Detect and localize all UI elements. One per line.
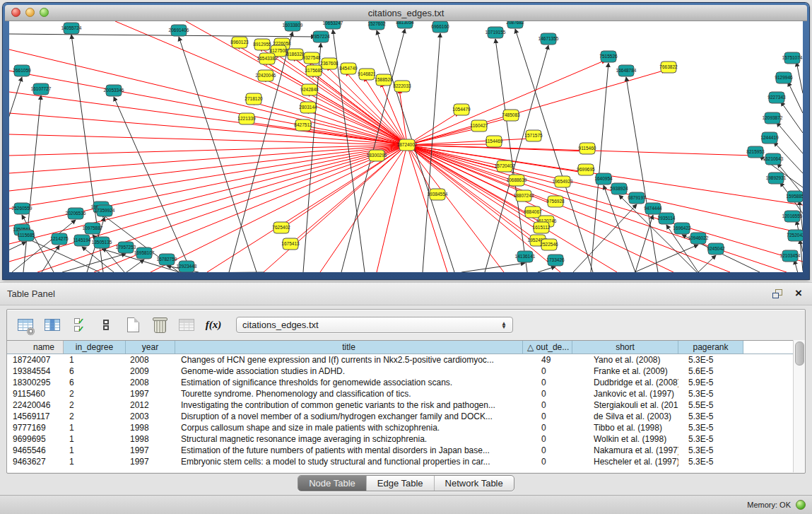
- graph-edge[interactable]: [538, 267, 555, 272]
- table-cell[interactable]: Changes of HCN gene expression and I(f) …: [175, 354, 523, 366]
- graph-edge[interactable]: [9, 145, 407, 244]
- graph-node[interactable]: 25260559: [12, 203, 33, 214]
- close-panel-icon[interactable]: ×: [795, 283, 802, 304]
- table-cell[interactable]: 0: [523, 388, 572, 399]
- graph-node[interactable]: 16107727: [31, 83, 52, 95]
- table-cell[interactable]: 5.6E-5: [678, 366, 743, 377]
- graph-node[interactable]: 9146821: [358, 69, 376, 80]
- graph-edge[interactable]: [9, 145, 407, 191]
- table-cell[interactable]: Yano et al. (2008): [572, 354, 678, 366]
- tab-edge-table[interactable]: Edge Table: [366, 476, 434, 491]
- table-cell[interactable]: 2008: [126, 354, 175, 366]
- table-row[interactable]: 977716911998Corpus callosum shape and si…: [7, 422, 793, 433]
- graph-edge[interactable]: [698, 255, 716, 272]
- row-options-button[interactable]: [96, 315, 116, 335]
- graph-node[interactable]: 9242848: [300, 84, 319, 95]
- graph-node[interactable]: 18807243: [514, 190, 534, 201]
- table-cell[interactable]: 2: [64, 388, 126, 399]
- tab-node-table[interactable]: Node Table: [298, 476, 366, 491]
- graph-node[interactable]: 1527602: [367, 21, 386, 30]
- graph-node[interactable]: 1696422: [673, 223, 691, 234]
- graph-edge[interactable]: [288, 145, 407, 247]
- graph-node[interactable]: 16543382: [257, 53, 278, 64]
- graph-node[interactable]: 8186328: [286, 49, 305, 60]
- table-cell[interactable]: de Silva et al. (2003): [572, 411, 678, 422]
- table-options-button[interactable]: [16, 315, 35, 335]
- graph-node[interactable]: 19892931: [766, 173, 787, 184]
- table-row[interactable]: 1830029562008Estimation of significance …: [7, 377, 793, 388]
- graph-node[interactable]: 9245042: [707, 243, 725, 255]
- table-cell[interactable]: 9699695: [7, 433, 64, 445]
- graph-node[interactable]: 20053346: [104, 85, 124, 96]
- table-cell[interactable]: 5.3E-5: [678, 411, 743, 422]
- table-cell[interactable]: 1997: [126, 445, 175, 456]
- table-cell[interactable]: Genome-wide association studies in ADHD.: [175, 366, 523, 377]
- graph-node[interactable]: 16958107: [134, 247, 155, 259]
- graph-node[interactable]: 18724007: [397, 139, 418, 151]
- graph-node[interactable]: 8427512: [294, 119, 312, 131]
- column-header-pagerank[interactable]: pagerank: [678, 341, 743, 354]
- graph-node[interactable]: 10946022: [688, 233, 709, 244]
- graph-node[interactable]: 2718120: [245, 93, 263, 105]
- table-cell[interactable]: Estimation of significance thresholds fo…: [175, 377, 523, 388]
- graph-node[interactable]: 12016555: [782, 211, 803, 222]
- column-header-in_degree[interactable]: in_degree: [64, 341, 126, 354]
- table-cell[interactable]: 9463627: [7, 456, 64, 467]
- table-cell[interactable]: 1998: [126, 433, 175, 445]
- table-cell[interactable]: 6: [64, 377, 126, 388]
- graph-edge[interactable]: [9, 145, 407, 262]
- column-header-short[interactable]: short: [572, 341, 678, 354]
- table-cell[interactable]: 9115460: [7, 388, 64, 399]
- table-cell[interactable]: Tourette syndrome. Phenomenology and cla…: [175, 388, 523, 399]
- graph-edge[interactable]: [407, 145, 803, 262]
- table-cell[interactable]: 0: [523, 399, 572, 411]
- table-cell[interactable]: 5.3E-5: [678, 445, 743, 456]
- table-cell[interactable]: 2009: [126, 366, 175, 377]
- graph-node[interactable]: 15720407: [495, 160, 515, 172]
- graph-node[interactable]: 1244419: [760, 132, 779, 144]
- table-row[interactable]: 946362711997Embryonic stem cells: a mode…: [7, 456, 793, 467]
- table-cell[interactable]: 5.3E-5: [678, 433, 743, 445]
- table-cell[interactable]: 1: [64, 354, 126, 366]
- graph-edge[interactable]: [635, 215, 653, 272]
- table-cell[interactable]: 18724007: [7, 354, 64, 366]
- graph-node[interactable]: 1615112: [533, 222, 551, 233]
- column-header-year[interactable]: year: [126, 341, 175, 354]
- graph-node[interactable]: 9756928: [546, 196, 565, 207]
- graph-node[interactable]: 12103454: [780, 250, 801, 262]
- graph-edge[interactable]: [264, 145, 407, 272]
- table-cell[interactable]: Embryonic stem cells: a model to study s…: [175, 456, 523, 467]
- graph-node[interactable]: 1054479: [452, 104, 471, 115]
- graph-node[interactable]: 1733426: [546, 255, 565, 266]
- graph-node[interactable]: 2935114: [658, 213, 676, 224]
- graph-node[interactable]: 20691406: [169, 25, 189, 36]
- function-builder-button[interactable]: f(x): [204, 315, 223, 335]
- graph-node[interactable]: 1595885: [786, 191, 803, 202]
- table-cell[interactable]: Jankovic et al. (1997): [572, 388, 678, 399]
- table-cell[interactable]: Corpus callosum shape and size in male p…: [175, 422, 523, 433]
- table-cell[interactable]: Dudbridge et al. (2008): [572, 377, 678, 388]
- graph-edge[interactable]: [9, 92, 407, 145]
- graph-node[interactable]: 8912955: [253, 39, 271, 50]
- table-cell[interactable]: 2: [64, 411, 126, 422]
- table-row[interactable]: 969969511998Structural magnetic resonanc…: [7, 433, 793, 445]
- table-cell[interactable]: 18300295: [7, 377, 64, 388]
- table-row[interactable]: 911546021997Tourette syndrome. Phenomeno…: [7, 388, 793, 399]
- column-visibility-button[interactable]: ✓ ✓: [69, 315, 89, 335]
- graph-node[interactable]: 10653247: [323, 21, 343, 29]
- graph-node[interactable]: 1160427: [471, 120, 488, 132]
- graph-node[interactable]: 2661059: [13, 65, 31, 76]
- graph-node[interactable]: 17359924: [95, 205, 115, 216]
- table-cell[interactable]: 1: [64, 433, 126, 445]
- graph-edge[interactable]: [461, 263, 525, 272]
- graph-node[interactable]: 10688639: [507, 175, 527, 186]
- table-row[interactable]: 1456911722003Disruption of a novel membe…: [7, 411, 793, 422]
- graph-node[interactable]: 7663822: [659, 62, 678, 73]
- table-cell[interactable]: 1: [64, 422, 126, 433]
- delete-column-button[interactable]: [150, 315, 170, 335]
- graph-node[interactable]: 7857224: [312, 31, 330, 42]
- graph-edge[interactable]: [377, 145, 407, 272]
- graph-edge[interactable]: [407, 112, 459, 145]
- graph-node[interactable]: 16782759: [157, 254, 177, 265]
- graph-node[interactable]: 17957253: [116, 242, 136, 253]
